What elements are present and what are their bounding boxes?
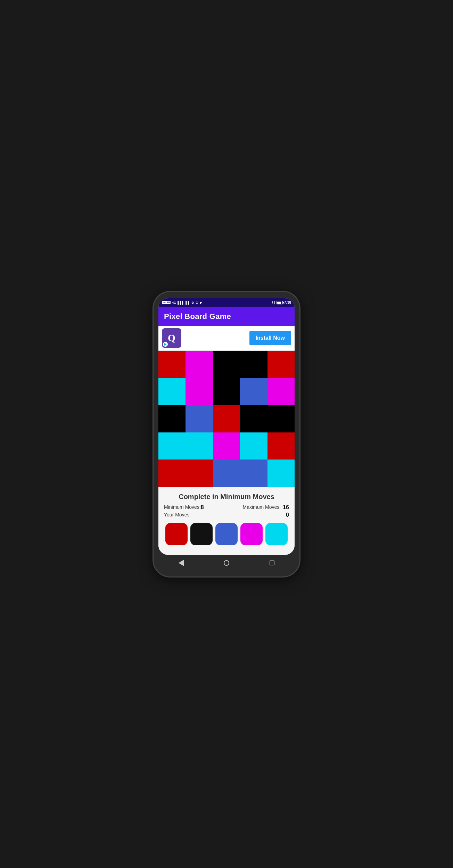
color-btn-blue[interactable] xyxy=(215,523,238,545)
battery-fill xyxy=(277,302,281,304)
home-icon xyxy=(224,560,229,566)
status-network: 4G xyxy=(172,301,176,304)
clock: 7:38 xyxy=(284,301,291,304)
cell-1-1[interactable] xyxy=(186,378,213,405)
play-icon: ▶ xyxy=(200,301,202,304)
cell-4-1[interactable] xyxy=(186,460,213,487)
cell-3-0[interactable] xyxy=(158,432,186,460)
cast-icon: ⊙ xyxy=(196,301,198,304)
your-moves-label: Your Moves: xyxy=(164,512,191,518)
cell-3-4[interactable] xyxy=(267,432,295,460)
ad-play-badge xyxy=(163,342,168,347)
ad-banner: Q Install Now xyxy=(158,326,295,351)
cell-0-3[interactable] xyxy=(240,351,267,378)
app-bar: Pixel Board Game xyxy=(158,307,295,326)
nav-bar xyxy=(158,555,295,570)
maximum-moves-value: 16 xyxy=(283,504,289,511)
minimum-moves-value: 8 xyxy=(201,504,204,511)
cell-0-1[interactable] xyxy=(186,351,213,378)
volte-badge: VoLTE xyxy=(162,301,171,304)
color-btn-red[interactable] xyxy=(165,523,188,545)
recents-icon xyxy=(270,561,274,565)
signal-bars-2: ▌▌ xyxy=(186,301,190,304)
cell-3-2[interactable] xyxy=(213,432,240,460)
minimum-moves-label: Minimum Moves: xyxy=(164,504,201,511)
cell-4-4[interactable] xyxy=(267,460,295,487)
cell-3-3[interactable] xyxy=(240,432,267,460)
vibrate-icon: ⋮| xyxy=(271,301,275,304)
app-title: Pixel Board Game xyxy=(164,312,231,321)
recents-button[interactable] xyxy=(270,561,274,565)
cell-2-2[interactable] xyxy=(213,405,240,432)
game-board xyxy=(158,351,295,487)
color-palette xyxy=(164,523,289,545)
cell-2-3[interactable] xyxy=(240,405,267,432)
play-triangle-icon xyxy=(164,343,167,346)
your-moves-row: Your Moves: 0 xyxy=(164,512,289,518)
cell-4-0[interactable] xyxy=(158,460,186,487)
cell-2-0[interactable] xyxy=(158,405,186,432)
minimum-moves-row: Minimum Moves: 8 Maximum Moves: 16 xyxy=(164,504,289,511)
battery-icon xyxy=(277,301,283,304)
info-section: Complete in Minimum Moves Minimum Moves:… xyxy=(158,487,295,555)
cell-4-3[interactable] xyxy=(240,460,267,487)
cell-2-4[interactable] xyxy=(267,405,295,432)
cell-2-1[interactable] xyxy=(186,405,213,432)
maximum-moves-label: Maximum Moves: xyxy=(243,504,281,511)
cell-0-2[interactable] xyxy=(213,351,240,378)
your-moves-value: 0 xyxy=(286,512,289,518)
cell-1-4[interactable] xyxy=(267,378,295,405)
cell-3-1[interactable] xyxy=(186,432,213,460)
install-now-button[interactable]: Install Now xyxy=(249,331,291,345)
cell-1-2[interactable] xyxy=(213,378,240,405)
cell-4-2[interactable] xyxy=(213,460,240,487)
status-right: ⋮| 7:38 xyxy=(271,301,291,304)
ad-logo-letter: Q xyxy=(168,332,175,344)
home-button[interactable] xyxy=(224,560,229,566)
wifi-icon: ⊙ xyxy=(191,301,194,304)
cell-1-3[interactable] xyxy=(240,378,267,405)
color-btn-cyan[interactable] xyxy=(265,523,288,545)
color-btn-magenta[interactable] xyxy=(240,523,263,545)
color-btn-black[interactable] xyxy=(190,523,213,545)
back-button[interactable] xyxy=(179,560,184,566)
cell-0-0[interactable] xyxy=(158,351,186,378)
cell-1-0[interactable] xyxy=(158,378,186,405)
phone-screen: VoLTE 4G ▌▌▌ ▌▌ ⊙ ⊙ ▶ ⋮| 7:38 Pixel Boar… xyxy=(158,298,295,555)
back-icon xyxy=(179,560,184,566)
status-left: VoLTE 4G ▌▌▌ ▌▌ ⊙ ⊙ ▶ xyxy=(162,301,202,304)
cell-0-4[interactable] xyxy=(267,351,295,378)
signal-bars-1: ▌▌▌ xyxy=(178,301,184,304)
ad-icon: Q xyxy=(162,328,181,348)
status-bar: VoLTE 4G ▌▌▌ ▌▌ ⊙ ⊙ ▶ ⋮| 7:38 xyxy=(158,298,295,307)
complete-title: Complete in Minimum Moves xyxy=(164,493,289,501)
game-board-container xyxy=(158,351,295,487)
phone-frame: VoLTE 4G ▌▌▌ ▌▌ ⊙ ⊙ ▶ ⋮| 7:38 Pixel Boar… xyxy=(154,292,299,576)
